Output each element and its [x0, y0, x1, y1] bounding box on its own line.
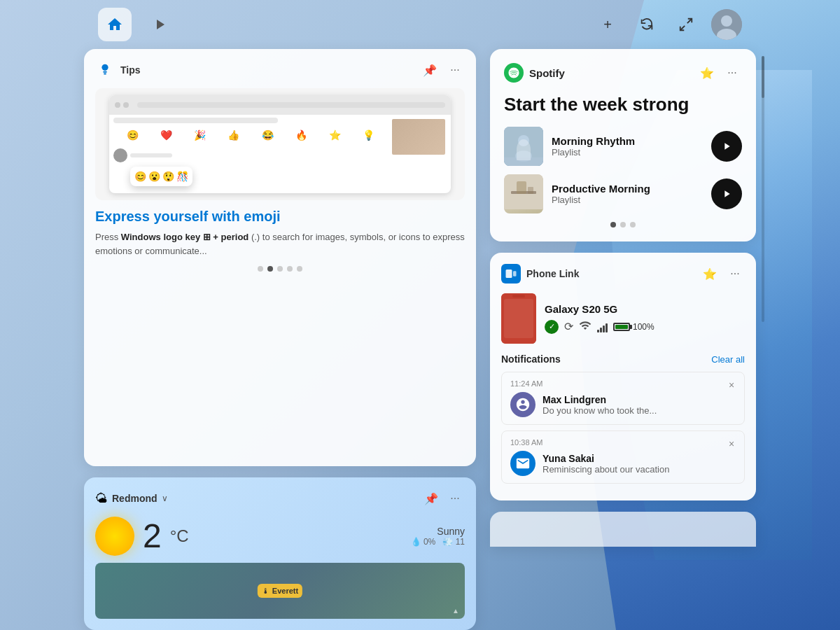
add-button[interactable]: +: [594, 10, 622, 38]
screen-user-row: [113, 148, 388, 162]
topbar: +: [0, 0, 840, 49]
signal-bar-2: [600, 328, 602, 332]
weather-unit: °C: [170, 526, 189, 546]
weather-details: 💧 0% 💨 11: [411, 537, 465, 547]
wifi-icon: [579, 319, 592, 334]
refresh-button[interactable]: [633, 10, 661, 38]
track-1-name: Morning Rhythm: [552, 135, 703, 147]
screen-line: [113, 118, 278, 123]
spotify-dot-3[interactable]: [630, 222, 636, 227]
notification-2-time: 10:38 AM: [510, 438, 736, 447]
notification-1-close-button[interactable]: ×: [724, 378, 738, 392]
tips-card: Tips 📌 ··· 😊: [84, 49, 476, 466]
device-thumbnail: [501, 293, 536, 344]
tips-screenshot-inner: 😊 ❤️ 🎉 👍 😂 🔥 ⭐ 💡: [109, 95, 451, 193]
dot-4[interactable]: [287, 266, 293, 272]
weather-map[interactable]: 🌡 Everett ▲: [95, 563, 465, 619]
map-thermometer-icon: 🌡: [262, 587, 270, 595]
emoji-6: 🔥: [285, 129, 317, 143]
phone-link-app-name: Phone Link: [526, 268, 694, 279]
screen-avatar: [113, 148, 127, 162]
play-icon-1: [721, 141, 732, 152]
notification-1-preview: Do you know who took the...: [542, 405, 736, 416]
emoji-1: 😊: [116, 129, 148, 143]
picker-emoji-3: 😲: [162, 171, 174, 182]
weather-conditions: Sunny 💧 0% 💨 11: [411, 526, 465, 547]
dot-1[interactable]: [258, 266, 263, 272]
spotify-dot-1[interactable]: [610, 222, 616, 227]
notification-2-preview: Reminiscing about our vacation: [542, 464, 736, 475]
bottom-partial-card: [490, 512, 756, 547]
emoji-4: 👍: [218, 129, 250, 143]
emoji-picker-overlay: 😊 😮 😲 🎊: [130, 167, 192, 186]
spotify-more-button[interactable]: ···: [722, 63, 742, 83]
expand-button[interactable]: [672, 10, 700, 38]
phone-link-card: Phone Link ⭐ ··· Galaxy S20 5G: [490, 253, 756, 500]
notification-1-time: 11:24 AM: [510, 379, 736, 388]
weather-more-button[interactable]: ···: [445, 489, 465, 508]
svg-rect-6: [103, 71, 107, 73]
refresh-icon: [639, 17, 654, 32]
screen-photo: [391, 118, 447, 156]
notifications-title: Notifications: [501, 354, 711, 365]
morning-rhythm-thumbnail: [504, 127, 543, 166]
dot-3[interactable]: [277, 266, 283, 272]
track-1-play-button[interactable]: [711, 131, 742, 162]
svg-point-3: [721, 15, 732, 27]
picker-emoji-1: 😊: [134, 171, 146, 182]
screen-top-bar: [109, 95, 451, 115]
weather-chevron-icon[interactable]: ∨: [162, 493, 168, 503]
main-content: Tips 📌 ··· 😊: [84, 49, 756, 630]
sync-icon: ⟳: [564, 320, 573, 333]
tips-more-button[interactable]: ···: [445, 60, 465, 80]
battery-fill: [615, 325, 628, 329]
media-icon: [151, 16, 168, 33]
tips-title: Express yourself with emoji: [95, 209, 465, 225]
track-1-info: Morning Rhythm Playlist: [552, 135, 703, 158]
clear-all-button[interactable]: Clear all: [711, 354, 745, 365]
dot-5[interactable]: [297, 266, 302, 272]
wifi-signal-icon: [579, 319, 592, 332]
notification-1-content: Max Lindgren Do you know who took the...: [510, 392, 736, 417]
phone-link-pin-button[interactable]: ⭐: [700, 264, 720, 284]
screen-name: [130, 153, 172, 158]
device-status-row: ✓ ⟳: [545, 319, 745, 334]
svg-point-9: [518, 135, 529, 146]
signal-bar-3: [603, 326, 605, 332]
svg-point-10: [515, 150, 532, 162]
expand-icon: [678, 17, 694, 32]
phone-link-header: Phone Link ⭐ ···: [501, 264, 745, 284]
scrollbar[interactable]: [762, 56, 764, 322]
phone-link-app-icon: [505, 267, 517, 280]
tips-pin-button[interactable]: 📌: [420, 60, 440, 80]
spotify-card: Spotify ⭐ ··· Start the week strong: [490, 49, 756, 241]
tab-home[interactable]: [98, 8, 132, 41]
notification-2-close-button[interactable]: ×: [724, 437, 738, 451]
tab-media[interactable]: [143, 8, 176, 41]
tips-body: Press Windows logo key ⊞ + period (.) to…: [95, 230, 465, 258]
spotify-dot-2[interactable]: [620, 222, 626, 227]
scrollbar-thumb[interactable]: [762, 56, 764, 98]
wind-icon: 💨: [442, 537, 453, 547]
notification-item-2: × 10:38 AM Yuna Sakai Reminiscing about …: [501, 430, 745, 484]
tips-card-header: Tips 📌 ···: [95, 60, 465, 80]
device-name: Galaxy S20 5G: [545, 303, 745, 315]
user-avatar[interactable]: [711, 9, 742, 40]
notification-2-content: Yuna Sakai Reminiscing about our vacatio…: [510, 451, 736, 476]
dot-2[interactable]: [267, 266, 273, 272]
emoji-2: ❤️: [150, 129, 182, 143]
screen-dot-1: [115, 102, 120, 108]
signal-bar-1: [597, 330, 599, 332]
outlook-icon: [515, 456, 531, 471]
weather-pin-button[interactable]: 📌: [421, 489, 441, 508]
spotify-header: Spotify ⭐ ···: [504, 63, 742, 83]
track-2-play-button[interactable]: [711, 178, 742, 209]
morning-person-art: [504, 127, 543, 166]
svg-line-1: [680, 26, 685, 30]
spotify-pin-button[interactable]: ⭐: [697, 63, 717, 83]
phone-link-more-button[interactable]: ···: [725, 264, 745, 284]
screen-address-bar: [137, 102, 445, 108]
emoji-3: 🎉: [184, 129, 216, 143]
screen-content: 😊 ❤️ 🎉 👍 😂 🔥 ⭐ 💡: [109, 115, 451, 165]
screen-main-area: 😊 ❤️ 🎉 👍 😂 🔥 ⭐ 💡: [113, 118, 388, 162]
